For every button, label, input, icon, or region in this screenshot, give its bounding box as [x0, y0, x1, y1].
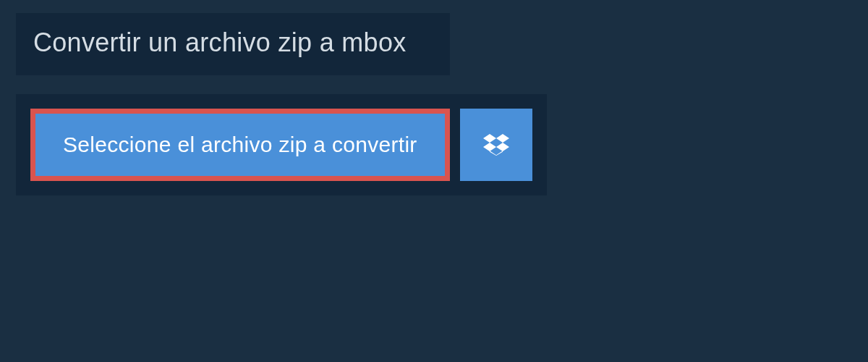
page-title: Convertir un archivo zip a mbox [33, 28, 431, 58]
select-file-label: Seleccione el archivo zip a convertir [63, 132, 417, 157]
dropbox-button[interactable] [460, 109, 532, 181]
title-bar: Convertir un archivo zip a mbox [16, 13, 450, 75]
action-panel: Seleccione el archivo zip a convertir [16, 94, 547, 195]
page-container: Convertir un archivo zip a mbox Seleccio… [0, 0, 868, 362]
select-file-button[interactable]: Seleccione el archivo zip a convertir [30, 109, 450, 181]
dropbox-icon [483, 132, 509, 158]
